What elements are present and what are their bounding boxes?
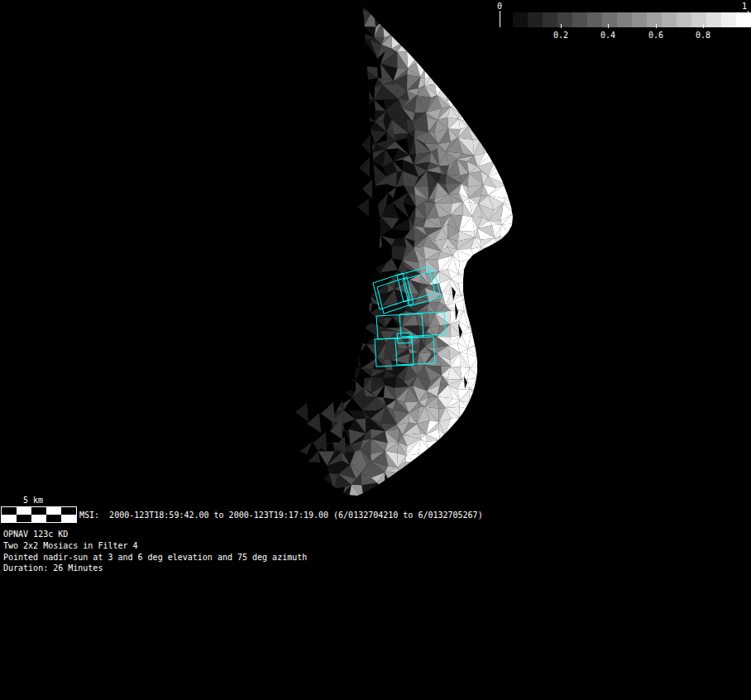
status-line: MSI: 2000-123T18:59:42.00 to 2000-123T19… (79, 510, 483, 520)
asteroid-render (0, 0, 751, 700)
scale-bar-label: 5 km (23, 495, 43, 506)
asteroid-shape-model (285, 6, 537, 501)
colorbar-gradient-step (691, 12, 706, 27)
scale-bar-cell (46, 507, 61, 515)
scale-bar-cell (46, 515, 61, 522)
colorbar-gradient-step (557, 12, 572, 27)
colorbar-gradient-step (528, 12, 543, 27)
opnav-visualization-canvas: { "window": { "width": 908, "height": 84… (0, 0, 751, 700)
scale-bar-cell (2, 515, 17, 522)
colorbar-gradient (513, 12, 751, 27)
colorbar-gradient-step (677, 12, 691, 27)
colorbar-right-tick (748, 11, 749, 27)
scale-bar-cell (17, 515, 31, 522)
colorbar-gradient-step (736, 12, 751, 27)
scale-bar-cell (2, 507, 17, 515)
colorbar-gradient-step (617, 12, 632, 27)
colorbar-tick-mark (608, 24, 609, 28)
scale-bar-cell (31, 515, 46, 522)
colorbar-gradient-step (632, 12, 647, 27)
scale-bar-cell (61, 515, 76, 522)
colorbar-max-label: 1 (742, 1, 747, 12)
info-block: OPNAV 123c KD Two 2x2 Mosiacs in Filter … (3, 529, 307, 574)
colorbar-gradient-step (721, 12, 736, 27)
info-line-duration: Duration: 26 Minutes (3, 563, 307, 574)
scale-bar-cell (17, 507, 31, 515)
colorbar-gradient-step (587, 12, 602, 27)
colorbar-tick-label: 0.8 (691, 30, 715, 41)
colorbar-tick-label: 0.6 (643, 30, 668, 41)
scale-bar-cell (31, 507, 46, 515)
colorbar-tick-label: 0.4 (596, 30, 620, 41)
colorbar-tick-label: 0.2 (548, 30, 573, 41)
colorbar-gradient-step (662, 12, 677, 27)
colorbar-gradient-step (513, 12, 528, 27)
colorbar-gradient-step (543, 12, 557, 27)
scale-bar (1, 506, 77, 523)
info-line-opnav-id: OPNAV 123c KD (3, 529, 307, 540)
colorbar-tick-mark (703, 24, 704, 28)
colorbar-gradient-step (572, 12, 587, 27)
colorbar: 0 1 0.20.40.60.8 (0, 0, 751, 50)
scale-bar-cell (61, 507, 76, 515)
colorbar-gradient-step (602, 12, 617, 27)
colorbar-tick-mark (561, 24, 562, 28)
colorbar-gradient-step (647, 12, 662, 27)
info-line-pointing: Pointed nadir-sun at 3 and 6 deg elevati… (3, 552, 307, 563)
colorbar-left-tick (500, 11, 500, 27)
colorbar-tick-mark (656, 24, 657, 28)
info-line-mosaic-desc: Two 2x2 Mosiacs in Filter 4 (3, 540, 307, 552)
colorbar-gradient-step (706, 12, 721, 27)
